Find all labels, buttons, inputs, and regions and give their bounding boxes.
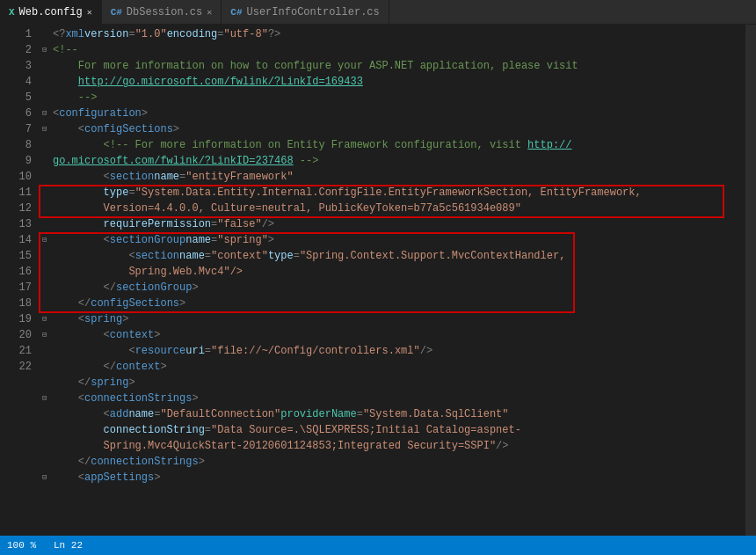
code-line-20b: connectionString="Data Source=.\SQLEXPRE… (42, 422, 745, 438)
no-collapse-16 (42, 343, 53, 359)
code-line-3: For more information on how to configure… (42, 58, 745, 74)
line-num-7: 7 (0, 121, 32, 137)
code-line-9c: Version=4.4.0.0, Culture=neutral, Public… (42, 201, 745, 216)
no-collapse-4 (42, 74, 53, 90)
code-line-20: <add name="DefaultConnection" providerNa… (42, 406, 745, 422)
code-line-13: </configSections> (42, 296, 745, 311)
no-collapse-13 (42, 296, 53, 311)
code-line-8b: go.microsoft.com/fwlink/?LinkID=237468 -… (42, 153, 745, 169)
code-line-11b: Spring.Web.Mvc4"/> (42, 264, 745, 280)
line-col: Ln 22 (54, 540, 83, 551)
no-collapse-9c (42, 201, 53, 216)
no-collapse-18 (42, 375, 53, 391)
code-line-14: ⊟ <spring> (42, 311, 745, 327)
line-num-18: 18 (0, 296, 32, 311)
collapse-22[interactable]: ⊟ (42, 470, 53, 486)
code-line-11: <section name="context" type="Spring.Con… (42, 248, 745, 264)
line-num-16: 16 (0, 264, 32, 280)
collapse-2[interactable]: ⊟ (42, 42, 53, 58)
tab-bar: X Web.config ✕ C# DbSession.cs ✕ C# User… (0, 0, 756, 25)
line-num-14: 14 (0, 232, 32, 248)
no-collapse-1 (42, 26, 53, 42)
line-num-11: 11 (0, 185, 32, 201)
code-line-9b: type="System.Data.Entity.Internal.Config… (42, 185, 745, 201)
tab-label-db-session: DbSession.cs (127, 6, 202, 18)
cs-icon-2: C# (230, 7, 242, 18)
xml-icon: X (9, 7, 15, 18)
tab-user-info[interactable]: C# UserInfoController.cs (222, 0, 389, 25)
tab-label-web-config: Web.config (19, 6, 83, 18)
code-line-19: ⊟ <connectionStrings> (42, 391, 745, 406)
code-content[interactable]: <?xml version="1.0" encoding="utf-8"?> ⊟… (39, 25, 745, 536)
line-num-17: 17 (0, 280, 32, 296)
line-num-12: 12 (0, 201, 32, 216)
no-collapse-9 (42, 169, 53, 185)
code-line-7: ⊟ <configSections> (42, 121, 745, 137)
tab-web-config[interactable]: X Web.config ✕ (0, 0, 102, 25)
code-line-15: ⊟ <context> (42, 327, 745, 343)
no-collapse-17 (42, 359, 53, 375)
line-num-2: 2 (0, 42, 32, 58)
code-line-1: <?xml version="1.0" encoding="utf-8"?> (42, 26, 745, 42)
tab-db-session[interactable]: C# DbSession.cs ✕ (102, 0, 222, 25)
line-num-5: 5 (0, 90, 32, 106)
code-line-18: </spring> (42, 375, 745, 391)
line-num-6: 6 (0, 106, 32, 121)
no-collapse-8b (42, 153, 53, 169)
code-line-22: ⊟ <appSettings> (42, 470, 745, 486)
line-num-3: 3 (0, 58, 32, 74)
code-line-21: </connectionStrings> (42, 454, 745, 470)
line-num-21: 21 (0, 343, 32, 359)
link-ef[interactable]: http:// (527, 137, 571, 153)
line-num-22: 22 (0, 359, 32, 375)
line-numbers: 1 2 3 4 5 6 7 8 9 10 11 12 13 14 15 16 1… (0, 25, 39, 536)
no-collapse-8 (42, 137, 53, 153)
cs-icon-1: C# (111, 7, 122, 18)
code-line-12: </sectionGroup> (42, 280, 745, 296)
collapse-14[interactable]: ⊟ (42, 311, 53, 327)
close-tab-icon[interactable]: ✕ (87, 7, 92, 18)
line-num-15: 15 (0, 248, 32, 264)
no-collapse-21 (42, 454, 53, 470)
no-collapse-11b (42, 264, 53, 280)
code-line-2: ⊟ <!-- (42, 42, 745, 58)
code-line-9: <section name="entityFramework" (42, 169, 745, 185)
code-line-20c: Spring.Mvc4QuickStart-20120601124853;Int… (42, 438, 745, 454)
code-line-5: --> (42, 90, 745, 106)
code-line-10: ⊟ <sectionGroup name="spring"> (42, 232, 745, 248)
code-line-9d: requirePermission="false" /> (42, 216, 745, 232)
no-collapse-20c (42, 438, 53, 454)
line-num-10: 10 (0, 169, 32, 185)
code-line-8: <!-- For more information on Entity Fram… (42, 137, 745, 153)
line-num-4: 4 (0, 74, 32, 90)
editor: 1 2 3 4 5 6 7 8 9 10 11 12 13 14 15 16 1… (0, 25, 756, 536)
link-ef-2[interactable]: go.microsoft.com/fwlink/?LinkID=237468 (53, 153, 294, 169)
status-bar: 100 % Ln 22 (0, 536, 756, 555)
code-line-17: </context> (42, 359, 745, 375)
no-collapse-20 (42, 406, 53, 422)
line-num-1: 1 (0, 26, 32, 42)
collapse-10[interactable]: ⊟ (42, 232, 53, 248)
line-num-19: 19 (0, 311, 32, 327)
close-tab-icon-2[interactable]: ✕ (207, 7, 212, 18)
code-line-6: ⊟ <configuration> (42, 106, 745, 121)
no-collapse-9b (42, 185, 53, 201)
collapse-7[interactable]: ⊟ (42, 121, 53, 137)
line-num-13: 13 (0, 216, 32, 232)
link-microsoft[interactable]: http://go.microsoft.com/fwlink/?LinkId=1… (78, 74, 363, 90)
no-collapse-3 (42, 58, 53, 74)
code-line-16: <resource uri="file://~/Config/controlle… (42, 343, 745, 359)
line-num-8: 8 (0, 137, 32, 153)
no-collapse-12 (42, 280, 53, 296)
line-num-9: 9 (0, 153, 32, 169)
no-collapse-20b (42, 422, 53, 438)
no-collapse-9d (42, 216, 53, 232)
collapse-6[interactable]: ⊟ (42, 106, 53, 121)
collapse-15[interactable]: ⊟ (42, 327, 53, 343)
line-num-20: 20 (0, 327, 32, 343)
no-collapse-11 (42, 248, 53, 264)
zoom-level: 100 % (7, 540, 36, 551)
tab-label-user-info: UserInfoController.cs (247, 6, 380, 18)
vertical-scrollbar[interactable] (745, 25, 756, 536)
collapse-19[interactable]: ⊟ (42, 391, 53, 406)
